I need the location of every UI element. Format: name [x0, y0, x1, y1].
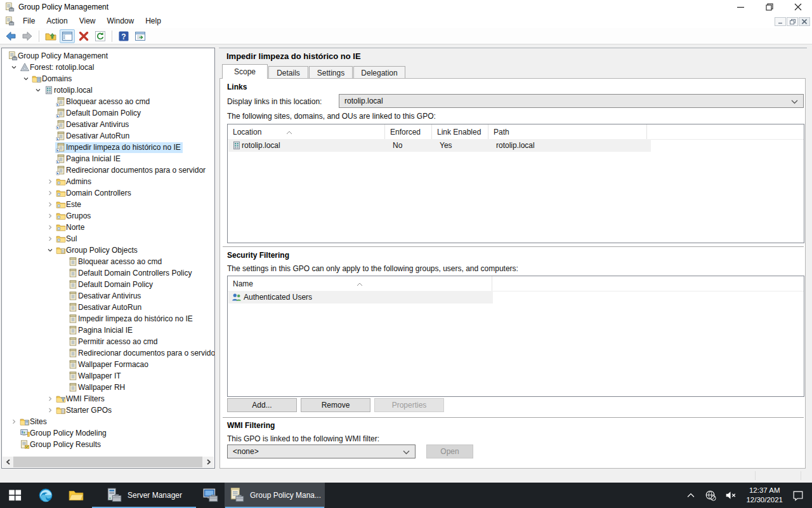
mmc-button[interactable] [197, 483, 225, 508]
forward-button[interactable] [20, 29, 35, 43]
tree-item[interactable]: Este [55, 199, 83, 210]
tab-details[interactable]: Details [268, 66, 308, 79]
tree-item[interactable]: Desativar AutoRun [55, 131, 131, 142]
table-row[interactable]: rotolip.localNoYesrotolip.local [228, 139, 651, 152]
tree-horizontal-scrollbar[interactable] [3, 457, 214, 467]
tree-item[interactable]: rotolip.local [43, 85, 95, 96]
tree-item[interactable]: Group Policy Objects [55, 245, 140, 256]
expander-open-icon[interactable] [8, 62, 19, 73]
tree-item[interactable]: Group Policy Modeling [19, 428, 108, 439]
network-disconnected-icon[interactable] [704, 489, 717, 502]
scroll-left-icon[interactable] [3, 457, 13, 467]
expander-closed-icon[interactable] [44, 187, 55, 199]
up-one-level-button[interactable] [43, 29, 58, 43]
tree-item[interactable]: Impedir limpeza do histórico no IE [67, 314, 195, 324]
tree-item[interactable]: Group Policy Results [19, 439, 103, 450]
tree-item[interactable]: Wallpaper RH [67, 382, 127, 393]
security-filtering-list[interactable]: NameAuthenticated Users [227, 276, 804, 397]
tree-item[interactable]: Desativar Antivirus [67, 291, 143, 302]
show-console-tree-button[interactable] [60, 29, 75, 43]
file-explorer-button[interactable] [61, 483, 91, 508]
minimize-button[interactable] [726, 0, 755, 14]
scrollbar-thumb[interactable] [13, 457, 202, 467]
tree-item[interactable]: Bloquear acesso ao cmd [55, 97, 152, 107]
refresh-button[interactable] [93, 29, 108, 43]
expander-closed-icon[interactable] [44, 210, 55, 222]
tree-item[interactable]: WMI Filters [55, 394, 107, 404]
tree-item[interactable]: Sites [19, 417, 49, 427]
menu-view[interactable]: View [74, 15, 102, 27]
column-header[interactable]: Link Enabled [432, 124, 488, 139]
tree-item[interactable]: Admins [55, 177, 93, 187]
tree-item[interactable]: Wallpaper Formacao [67, 359, 150, 370]
gpm-button[interactable]: Group Policy Mana... [225, 483, 325, 508]
tree-item[interactable]: Wallpaper IT [67, 371, 123, 382]
expander-closed-icon[interactable] [44, 233, 55, 244]
child-close-button[interactable] [799, 17, 810, 26]
menu-file[interactable]: File [17, 15, 41, 27]
table-row[interactable]: Authenticated Users [228, 291, 493, 304]
export-list-button[interactable] [133, 29, 148, 43]
back-button[interactable] [3, 29, 18, 43]
display-links-combobox[interactable]: rotolip.local [339, 94, 804, 108]
expander-closed-icon[interactable] [44, 176, 55, 187]
tree-item[interactable]: Forest: rotolip.local [19, 62, 96, 73]
properties-button[interactable]: Properties [374, 398, 444, 412]
tree-item[interactable]: Norte [55, 222, 86, 233]
delete-button[interactable] [76, 29, 91, 43]
expander-closed-icon[interactable] [8, 416, 19, 427]
help-button[interactable]: ? [116, 29, 131, 43]
expander-closed-icon[interactable] [44, 199, 55, 210]
expander-closed-icon[interactable] [44, 404, 55, 416]
tree-item[interactable]: Pagina Inicial IE [67, 325, 134, 336]
remove-button[interactable]: Remove [301, 398, 370, 412]
tree-item[interactable]: Domain Controllers [55, 188, 133, 199]
expander-open-icon[interactable] [44, 244, 55, 256]
child-restore-button[interactable] [787, 17, 798, 26]
add-button[interactable]: Add... [227, 398, 297, 412]
menu-help[interactable]: Help [140, 15, 167, 27]
tree-item[interactable]: Sul [55, 234, 79, 244]
tree-item[interactable]: Bloquear acesso ao cmd [67, 257, 164, 267]
tree-item[interactable]: Desativar Antivirus [55, 119, 131, 130]
expander-closed-icon[interactable] [44, 393, 55, 404]
menu-window[interactable]: Window [102, 15, 140, 27]
start-button[interactable] [0, 483, 30, 508]
open-button[interactable]: Open [426, 444, 473, 458]
server-manager-button[interactable]: Server Manager [91, 483, 197, 508]
column-header[interactable]: Enforced [385, 124, 432, 139]
close-button[interactable] [783, 0, 812, 14]
tree-item[interactable]: Starter GPOs [55, 405, 114, 416]
edge-button[interactable] [30, 483, 61, 508]
expander-open-icon[interactable] [32, 84, 43, 96]
wmi-filter-combobox[interactable]: <none> [227, 444, 416, 458]
tray-chevron-up-icon[interactable] [685, 490, 697, 501]
menu-action[interactable]: Action [41, 15, 73, 27]
restore-button[interactable] [755, 0, 783, 14]
tree-item[interactable]: Domains [31, 74, 74, 84]
scroll-right-icon[interactable] [203, 457, 214, 467]
tree-item[interactable]: Default Domain Policy [67, 279, 155, 290]
expander-closed-icon[interactable] [44, 222, 55, 233]
tree-item[interactable]: Impedir limpeza do histórico no IE [55, 142, 183, 153]
tab-settings[interactable]: Settings [309, 66, 353, 79]
tree-item[interactable]: Redirecionar documentos para o servidor [67, 348, 215, 359]
expander-open-icon[interactable] [20, 73, 31, 84]
tree-item[interactable]: Desativar AutoRun [67, 302, 143, 313]
tree-item[interactable]: Pagina Inicial IE [55, 154, 122, 164]
tree-item[interactable]: Default Domain Policy [55, 108, 143, 119]
clock[interactable]: 12:37 AM 12/30/2021 [746, 486, 783, 505]
action-center-icon[interactable] [792, 489, 804, 502]
column-header[interactable]: Location [228, 124, 385, 139]
tree-item[interactable]: Redirecionar documentos para o servidor [55, 165, 207, 176]
links-list[interactable]: LocationEnforcedLink EnabledPathrotolip.… [227, 124, 804, 243]
volume-muted-icon[interactable] [724, 489, 737, 502]
tab-scope[interactable]: Scope [222, 64, 268, 79]
tree-item[interactable]: Grupos [55, 211, 93, 222]
tree-item[interactable]: Permitir acesso ao cmd [67, 337, 159, 347]
child-minimize-button[interactable] [775, 17, 786, 26]
column-header[interactable]: Path [488, 124, 647, 139]
tree-item[interactable]: Group Policy Management [7, 51, 110, 62]
tab-delegation[interactable]: Delegation [353, 66, 405, 79]
tree-item[interactable]: Default Domain Controllers Policy [67, 268, 193, 279]
